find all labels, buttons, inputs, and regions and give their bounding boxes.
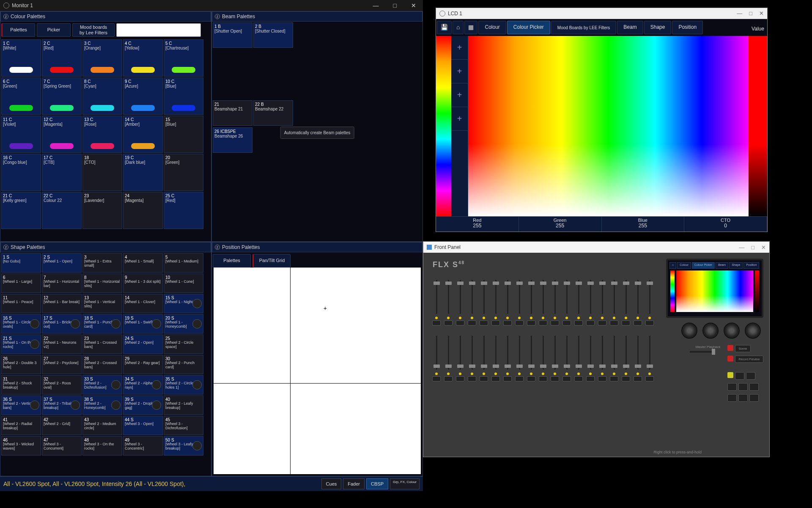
channel-fader[interactable] (633, 278, 642, 326)
close-button[interactable]: ✕ (408, 1, 420, 10)
auto-create-beam-button[interactable]: Automatically create Beam palettes (280, 127, 354, 139)
channel-fader[interactable] (645, 278, 654, 326)
channel-fader[interactable] (479, 334, 488, 381)
colour-palette-cell[interactable]: 14 C[Amber] (123, 116, 163, 153)
colour-palette-cell[interactable]: 22 CColour 22 (42, 192, 82, 229)
mini-tab[interactable]: Position (743, 262, 759, 269)
mini-tab[interactable]: Shape (729, 262, 743, 269)
tab-mood-boards[interactable]: Mood Boards by LEE Filters (551, 21, 617, 34)
colour-palette-cell[interactable]: 7 C[Spring Green] (42, 77, 82, 115)
add-preset-button[interactable]: + (451, 107, 468, 131)
shape-palette-cell[interactable]: 2 S[Wheel 1 - Open] (42, 253, 82, 273)
shape-palette-cell[interactable]: 35 S[Wheel 2 - Circle of holes 1] (164, 375, 203, 395)
channel-fader[interactable] (598, 334, 607, 381)
shape-palette-cell[interactable]: 20 S[Wheel 1 - Honeycomb] (164, 314, 203, 334)
shape-palette-cell[interactable]: 25[Wheel 2 - Circle space] (164, 334, 203, 354)
channel-fader[interactable] (467, 278, 477, 326)
shape-palette-cell[interactable]: 11[Wheel 1 - Peace] (1, 294, 41, 313)
tab-picker[interactable]: Picker (37, 23, 71, 37)
channel-fader[interactable] (562, 278, 571, 326)
channel-fader[interactable] (609, 278, 619, 326)
small-button[interactable] (735, 372, 744, 380)
beam-palette-cell[interactable]: 21Beamshape 21 (213, 100, 252, 126)
shape-palette-cell[interactable]: 44 S[Wheel 3 - Open] (123, 416, 163, 435)
channel-fader[interactable] (444, 278, 453, 326)
colour-palette-cell[interactable]: 1 C[White] (1, 39, 41, 77)
colour-palette-cell[interactable]: 16 C[Congo blue] (1, 154, 41, 191)
minimize-button[interactable]: — (737, 10, 742, 17)
value-bar[interactable]: Value (749, 36, 767, 216)
shape-palette-cell[interactable]: 45[Wheel 3 - Dichrofusion] (164, 416, 203, 435)
channel-fader[interactable] (633, 334, 642, 381)
shape-palette-cell[interactable]: 19 S[Wheel 1 - Swirl] (123, 314, 163, 334)
beam-palette-cell[interactable]: 26 ICBSPEBeamshape 26 (213, 127, 252, 153)
channel-fader[interactable] (515, 334, 524, 381)
record-preview-button[interactable]: Record Preview (735, 356, 763, 363)
small-button[interactable] (749, 383, 759, 391)
led-red[interactable] (727, 345, 733, 351)
channel-fader[interactable] (586, 334, 595, 381)
hue-bar[interactable] (436, 36, 451, 216)
mini-tab[interactable]: Colour Picker (692, 262, 715, 269)
channel-fader[interactable] (455, 278, 465, 326)
tab-moodboards[interactable]: Mood boards by Lee Filters (72, 23, 115, 37)
shape-palette-cell[interactable]: 30[Wheel 2 - Punch card] (164, 355, 203, 374)
close-button[interactable]: ✕ (761, 244, 766, 251)
shape-palette-cell[interactable]: 39 S[Wheel 2 - Droplets gag] (123, 395, 163, 415)
shape-palette-cell[interactable]: 43[Wheel 2 - Medium circle] (82, 416, 122, 435)
shape-palette-cell[interactable]: 14[Wheel 1 - Clover] (123, 294, 163, 313)
channel-fader[interactable] (527, 278, 536, 326)
channel-fader[interactable] (621, 334, 631, 381)
channel-fader[interactable] (491, 278, 500, 326)
tab-position-palettes[interactable]: Palettes (213, 254, 251, 268)
colour-palette-cell[interactable]: 19 C[Dark blue] (123, 154, 163, 191)
shape-palette-cell[interactable]: 33 S[Wheel 2 - Dichrofusion] (82, 375, 122, 395)
led-yellow[interactable] (727, 372, 733, 378)
colour-palette-cell[interactable]: 24[Magenta] (123, 192, 163, 229)
channel-fader[interactable] (645, 334, 654, 381)
colour-gradient-picker[interactable] (468, 36, 749, 216)
colour-palette-cell[interactable]: 18[CTO] (82, 154, 122, 191)
shape-palette-cell[interactable]: 29[Wheel 2 - Ray gear] (123, 355, 163, 374)
channel-fader[interactable] (467, 334, 477, 381)
btn-cues[interactable]: Cues (321, 478, 342, 489)
colour-palette-cell[interactable]: 6 C[Green] (1, 77, 41, 115)
beam-palette-cell[interactable]: 2 B[Shutter Closed] (253, 22, 293, 48)
shape-palette-cell[interactable]: 40[Wheel 2 - Leafy breakup] (164, 395, 203, 415)
shape-palette-cell[interactable]: 50 S[Wheel 3 - Leafy breakup] (164, 436, 203, 456)
channel-fader[interactable] (586, 278, 595, 326)
channel-fader[interactable] (538, 334, 548, 381)
shape-palette-cell[interactable]: 8[Wheel 1 - Horizontal slits] (82, 273, 122, 293)
small-button[interactable] (727, 383, 737, 391)
tab-colour-picker[interactable]: Colour Picker (507, 21, 550, 34)
small-button[interactable] (738, 394, 748, 402)
colour-palette-cell[interactable]: 17 C[CTB] (42, 154, 82, 191)
channel-fader[interactable] (491, 334, 500, 381)
channel-fader[interactable] (574, 278, 583, 326)
encoder-wheel[interactable] (681, 323, 697, 339)
shape-palette-cell[interactable]: 12[Wheel 1 - Bar break] (42, 294, 82, 313)
colour-palette-cell[interactable]: 12 C[Magenta] (42, 116, 82, 153)
mini-tab[interactable]: Beam (716, 262, 728, 269)
shape-palette-cell[interactable]: 27[Wheel 2 - Psyclone] (42, 355, 82, 374)
shape-palette-cell[interactable]: 26[Wheel 2 - Double 3 hole] (1, 355, 41, 374)
maximize-button[interactable]: □ (751, 244, 754, 251)
btn-grpfx[interactable]: Grp, FX, Colour (390, 478, 420, 489)
shape-palette-cell[interactable]: 17 S[Wheel 1 - Bricked out] (42, 314, 82, 334)
small-button[interactable] (749, 394, 759, 402)
channel-fader[interactable] (515, 278, 524, 326)
colour-swatch-white[interactable] (116, 23, 201, 37)
shape-palette-cell[interactable]: 3[Wheel 1 - Extra small] (82, 253, 122, 273)
channel-fader[interactable] (550, 334, 560, 381)
colour-palette-cell[interactable]: 3 C[Orange] (82, 39, 122, 77)
colour-palette-cell[interactable]: 23[Lavender] (82, 192, 122, 229)
shape-palette-cell[interactable]: 46[Wheel 3 - Wicked waves] (1, 436, 41, 456)
channel-fader[interactable] (527, 334, 536, 381)
led-red[interactable] (727, 356, 733, 362)
shape-palette-cell[interactable]: 16 S[Wheel 1 - Circle of ovals] (1, 314, 41, 334)
shape-palette-cell[interactable]: 22[Wheel 1 - Neurons v2] (42, 334, 82, 354)
beam-palette-cell[interactable]: 22 BBeamshape 22 (253, 100, 293, 126)
shape-palette-cell[interactable]: 24 S[Wheel 2 - Open] (123, 334, 163, 354)
shape-palette-cell[interactable]: 38 S[Wheel 2 - Honeycomb] (82, 395, 122, 415)
shape-palette-cell[interactable]: 31[Wheel 2 - Shock breakup] (1, 375, 41, 395)
